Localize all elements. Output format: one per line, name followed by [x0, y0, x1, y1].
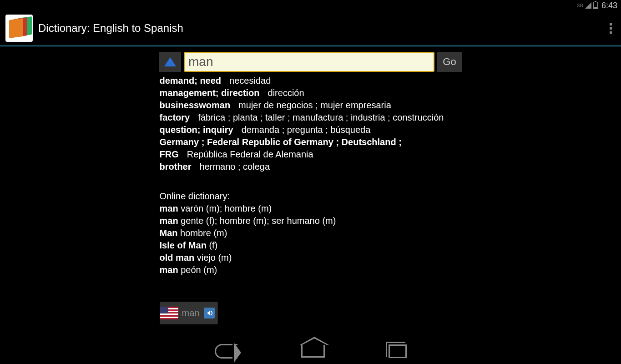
network-type: 3G: [577, 3, 583, 8]
result-translation: varón (m); hombre (m): [181, 203, 272, 213]
result-translation: fábrica ; planta ; taller ; manufactura …: [198, 112, 444, 122]
results-content: demand; neednecesidadmanagement; directi…: [156, 75, 465, 364]
result-term: brother: [160, 162, 192, 172]
battery-icon: [593, 2, 598, 9]
result-term: management; direction: [160, 88, 260, 98]
result-term: businesswoman: [160, 100, 231, 110]
result-translation: República Federal de Alemania: [187, 149, 313, 159]
online-result-row[interactable]: man gente (f); hombre (m); ser humano (m…: [160, 215, 462, 227]
audio-chip-word: man: [182, 307, 200, 319]
signal-icon: [585, 2, 591, 9]
go-button[interactable]: Go: [437, 52, 462, 72]
result-term: demand; need: [160, 76, 222, 86]
result-term: question; inquiry: [160, 125, 233, 135]
triangle-up-icon: [164, 57, 176, 66]
local-result-row[interactable]: management; directiondirección: [160, 87, 462, 99]
clock: 6:43: [601, 1, 617, 10]
audio-chip[interactable]: man: [160, 302, 218, 324]
result-translation: viejo (m): [197, 253, 232, 263]
result-term: man: [160, 216, 181, 226]
back-button[interactable]: [215, 344, 237, 359]
result-translation: necesidad: [229, 76, 271, 86]
search-row: Go: [159, 52, 462, 72]
result-term: Man: [160, 228, 181, 238]
speaker-icon[interactable]: [204, 308, 215, 318]
result-translation: dirección: [268, 88, 304, 98]
up-triangle-button[interactable]: [159, 52, 181, 72]
local-result-row[interactable]: businesswomanmujer de negocios ; mujer e…: [160, 99, 462, 111]
local-result-row[interactable]: factoryfábrica ; planta ; taller ; manuf…: [160, 111, 462, 124]
local-result-row[interactable]: brotherhermano ; colega: [160, 161, 462, 173]
home-button[interactable]: [301, 345, 325, 358]
result-translation: hombre (m): [180, 228, 227, 238]
app-icon[interactable]: [5, 15, 33, 42]
result-translation: gente (f); hombre (m); ser humano (m): [181, 216, 336, 226]
result-term: man: [160, 203, 181, 213]
overflow-menu-icon[interactable]: [606, 20, 616, 37]
recent-apps-button[interactable]: [389, 344, 407, 358]
app-bar: Dictionary: English to Spanish: [0, 11, 621, 46]
local-result-row[interactable]: demand; neednecesidad: [160, 75, 462, 87]
result-term: factory: [160, 112, 190, 122]
us-flag-icon: [160, 307, 178, 319]
navigation-bar: [0, 339, 621, 364]
result-translation: peón (m): [181, 265, 217, 275]
online-result-row[interactable]: Man hombre (m): [160, 227, 462, 239]
result-term: man: [160, 265, 181, 275]
search-input[interactable]: [184, 52, 434, 72]
online-result-row[interactable]: Isle of Man (f): [160, 239, 462, 252]
online-result-row[interactable]: old man viejo (m): [160, 252, 462, 264]
result-translation: hermano ; colega: [200, 162, 270, 172]
online-dictionary-header: Online dictionary:: [160, 190, 462, 202]
status-bar: 3G 6:43: [0, 0, 621, 11]
local-result-row[interactable]: Germany ; Federal Republic of Germany ; …: [160, 136, 462, 161]
result-term: Isle of Man: [160, 240, 209, 250]
local-result-row[interactable]: question; inquirydemanda ; pregunta ; bú…: [160, 124, 462, 136]
result-translation: demanda ; pregunta ; búsqueda: [242, 125, 371, 135]
online-result-row[interactable]: man varón (m); hombre (m): [160, 202, 462, 215]
online-result-row[interactable]: man peón (m): [160, 264, 462, 276]
result-translation: mujer de negocios ; mujer empresaria: [238, 100, 391, 110]
result-term: old man: [160, 253, 197, 263]
app-title: Dictionary: English to Spanish: [38, 22, 601, 35]
result-translation: (f): [209, 240, 217, 250]
